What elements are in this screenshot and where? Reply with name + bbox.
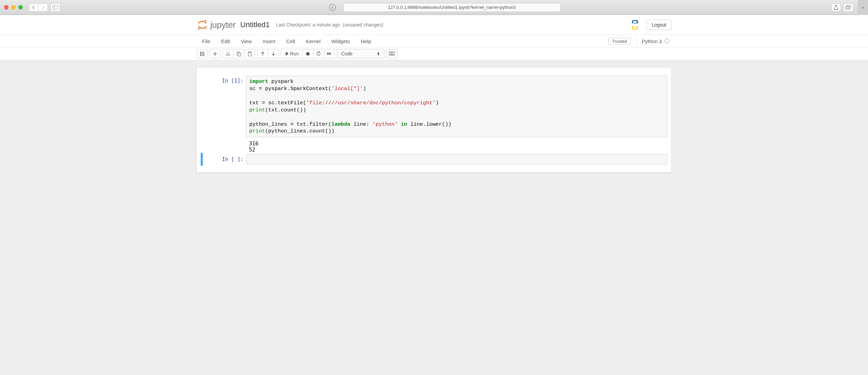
svg-rect-14: [249, 52, 251, 53]
restart-button[interactable]: [313, 49, 324, 58]
svg-rect-19: [392, 53, 392, 53]
notebook-name[interactable]: Untitled1: [240, 20, 270, 29]
output-text: 316 52: [246, 139, 261, 153]
nav-group: [29, 3, 48, 12]
checkpoint-status: Last Checkpoint: a minute ago (unsaved c…: [276, 22, 383, 28]
site-info-icon[interactable]: i: [329, 4, 336, 11]
code-input[interactable]: [246, 154, 667, 164]
new-tab-button[interactable]: +: [858, 0, 868, 15]
maximize-window-button[interactable]: [18, 5, 23, 10]
command-palette-button[interactable]: [386, 49, 397, 58]
close-window-button[interactable]: [4, 5, 8, 10]
svg-rect-15: [306, 52, 309, 55]
menu-widgets[interactable]: Widgets: [326, 35, 355, 47]
svg-rect-20: [393, 53, 393, 53]
prompt-label: In [1]:: [205, 76, 246, 137]
menu-view[interactable]: View: [235, 35, 257, 47]
interrupt-button[interactable]: [302, 49, 313, 58]
tabs-button[interactable]: [844, 3, 853, 12]
svg-point-9: [226, 54, 228, 56]
kernel-status-icon: [665, 39, 669, 43]
svg-rect-12: [238, 53, 241, 56]
prompt-label: In [ ]:: [205, 154, 246, 164]
menu-help[interactable]: Help: [355, 35, 377, 47]
jupyter-logo-text: jupyter: [210, 20, 236, 30]
save-button[interactable]: [197, 49, 207, 58]
move-up-button[interactable]: [257, 49, 268, 58]
copy-button[interactable]: [233, 49, 244, 58]
menu-file[interactable]: File: [197, 35, 216, 47]
run-button[interactable]: Run: [281, 49, 302, 58]
svg-point-10: [229, 54, 230, 56]
code-cell[interactable]: In [1]:import pyspark sc = pyspark.Spark…: [201, 74, 667, 139]
forward-button[interactable]: [38, 3, 48, 12]
svg-rect-18: [391, 53, 391, 53]
browser-chrome: i 127.0.0.1:8888/notebooks/Untitled1.ipy…: [0, 0, 868, 15]
trusted-badge[interactable]: Trusted: [608, 38, 631, 45]
notebook-area[interactable]: In [1]:import pyspark sc = pyspark.Spark…: [197, 68, 671, 173]
sidebar-toggle-button[interactable]: [51, 3, 60, 12]
url-text: 127.0.0.1:8888/notebooks/Untitled1.ipynb…: [388, 5, 516, 10]
svg-point-7: [633, 21, 634, 22]
svg-point-5: [198, 28, 200, 30]
svg-rect-3: [846, 6, 850, 9]
svg-rect-0: [53, 5, 58, 9]
cell-output: 316 52: [201, 139, 667, 153]
traffic-lights: [4, 5, 23, 10]
cell-type-select[interactable]: Code ▲▼: [337, 49, 384, 58]
logout-button[interactable]: Logout: [647, 20, 671, 30]
minimize-window-button[interactable]: [11, 5, 16, 10]
svg-rect-16: [389, 52, 395, 56]
cut-button[interactable]: [222, 49, 233, 58]
kernel-indicator[interactable]: Python 3: [637, 37, 669, 45]
menu-edit[interactable]: Edit: [216, 35, 235, 47]
move-down-button[interactable]: [268, 49, 279, 58]
share-button[interactable]: [831, 3, 841, 12]
add-cell-button[interactable]: [210, 49, 220, 58]
code-cell[interactable]: In [ ]:: [201, 153, 667, 166]
select-arrows-icon: ▲▼: [377, 52, 380, 55]
svg-point-6: [206, 29, 207, 30]
python-logo-icon: [630, 19, 640, 30]
menu-cell[interactable]: Cell: [281, 35, 301, 47]
jupyter-logo-icon: [197, 19, 208, 31]
address-bar[interactable]: 127.0.0.1:8888/notebooks/Untitled1.ipynb…: [343, 3, 561, 12]
jupyter-logo[interactable]: jupyter: [197, 19, 236, 31]
menu-insert[interactable]: Insert: [257, 35, 281, 47]
menu-kernel[interactable]: Kernel: [301, 35, 326, 47]
paste-button[interactable]: [244, 49, 255, 58]
svg-point-8: [636, 28, 637, 29]
svg-rect-17: [390, 53, 390, 53]
restart-run-all-button[interactable]: [324, 49, 335, 58]
code-input[interactable]: import pyspark sc = pyspark.SparkContext…: [246, 76, 667, 137]
svg-point-4: [205, 20, 206, 21]
back-button[interactable]: [29, 3, 38, 12]
svg-rect-21: [390, 54, 394, 55]
